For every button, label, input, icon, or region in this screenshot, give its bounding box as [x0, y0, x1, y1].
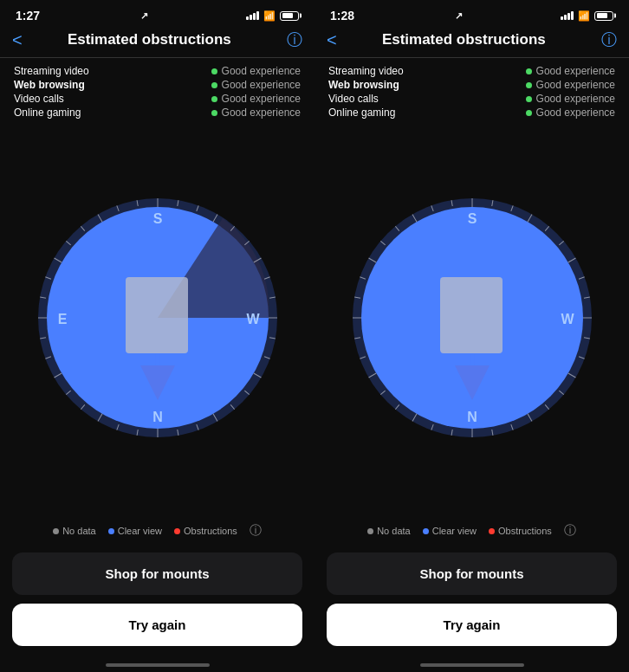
browsing-label-2: Web browsing — [328, 79, 399, 91]
legend-info-icon-2[interactable]: ⓘ — [564, 523, 576, 539]
back-button-2[interactable]: < — [327, 30, 337, 50]
no-data-dot-2 — [367, 528, 373, 534]
phone-screen-2: 1:28 ↗ 📶 < Estimated obstructions ⓘ Stre… — [314, 0, 629, 672]
gaming-value-2: Good experience — [526, 107, 615, 119]
location-icon-2: ↗ — [455, 10, 463, 22]
legend-clear-view-1: Clear view — [108, 526, 162, 536]
info-button-1[interactable]: ⓘ — [287, 29, 302, 50]
table-row: Web browsing Good experience — [328, 79, 615, 91]
try-again-button-1[interactable]: Try again — [12, 604, 302, 646]
gaming-value-1: Good experience — [211, 107, 301, 119]
streaming-label-2: Streaming video — [328, 65, 404, 77]
browsing-value-2: Good experience — [526, 79, 615, 91]
calls-value-1: Good experience — [211, 93, 301, 105]
status-bar-1: 1:27 ↗ 📶 — [0, 0, 314, 26]
divider-1 — [0, 57, 314, 58]
obstructions-dot-2 — [489, 528, 495, 534]
buttons-area-2: Shop for mounts Try again — [314, 547, 629, 660]
legend-2: No data Clear view Obstructions ⓘ — [314, 516, 629, 547]
page-title-2: Estimated obstructions — [344, 31, 584, 48]
location-icon-1: ↗ — [140, 10, 148, 22]
home-indicator-1 — [106, 663, 210, 667]
calls-label-1: Video calls — [14, 93, 64, 105]
shop-mounts-button-2[interactable]: Shop for mounts — [327, 552, 617, 595]
good-dot-8 — [526, 110, 532, 116]
browsing-label-1: Web browsing — [14, 79, 85, 91]
table-row: Online gaming Good experience — [328, 107, 615, 119]
battery-icon-1 — [280, 11, 299, 21]
good-dot-7 — [526, 96, 532, 102]
svg-text:N: N — [152, 410, 163, 424]
experience-table-2: Streaming video Good experience Web brow… — [314, 60, 629, 127]
table-row: Online gaming Good experience — [14, 107, 301, 119]
status-time-2: 1:28 — [330, 9, 354, 23]
status-icons-1: 📶 — [246, 10, 299, 22]
status-bar-2: 1:28 ↗ 📶 — [314, 0, 629, 26]
calls-label-2: Video calls — [328, 93, 379, 105]
clear-view-dot-1 — [108, 528, 114, 534]
calls-value-2: Good experience — [526, 93, 615, 105]
signal-icon-1 — [246, 11, 259, 20]
legend-obstructions-1: Obstructions — [174, 526, 237, 536]
table-row: Web browsing Good experience — [14, 79, 301, 91]
legend-no-data-1: No data — [53, 526, 96, 536]
legend-clear-view-2: Clear view — [423, 526, 477, 536]
back-button-1[interactable]: < — [12, 30, 23, 50]
good-dot-6 — [526, 82, 532, 88]
svg-text:W: W — [561, 312, 574, 326]
shop-mounts-button-1[interactable]: Shop for mounts — [12, 552, 302, 595]
no-data-dot-1 — [53, 528, 59, 534]
good-dot-3 — [211, 96, 217, 102]
wifi-icon-1: 📶 — [263, 10, 276, 22]
page-title-1: Estimated obstructions — [29, 31, 269, 48]
svg-rect-38 — [126, 277, 188, 353]
streaming-label-1: Streaming video — [14, 65, 89, 77]
good-dot-1 — [211, 68, 217, 74]
compass-svg-1: S W E N — [32, 192, 283, 443]
legend-1: No data Clear view Obstructions ⓘ — [0, 516, 314, 547]
legend-obstructions-2: Obstructions — [489, 526, 552, 536]
legend-no-data-2: No data — [367, 526, 411, 536]
obstructions-dot-1 — [174, 528, 180, 534]
svg-text:W: W — [246, 312, 260, 326]
good-dot-5 — [526, 68, 532, 74]
compass-container-2: S W N — [314, 127, 629, 516]
gaming-label-2: Online gaming — [328, 107, 395, 119]
table-row: Video calls Good experience — [14, 93, 301, 105]
status-icons-2: 📶 — [561, 10, 613, 22]
compass-container-1: S W E N — [0, 127, 314, 516]
svg-rect-82 — [440, 277, 503, 353]
table-row: Streaming video Good experience — [328, 65, 615, 77]
header-1: < Estimated obstructions ⓘ — [0, 26, 314, 57]
divider-2 — [314, 57, 629, 58]
phone-screen-1: 1:27 ↗ 📶 < Estimated obstructions ⓘ Stre… — [0, 0, 314, 672]
streaming-value-2: Good experience — [526, 65, 615, 77]
compass-2: S W N — [347, 192, 598, 443]
info-button-2[interactable]: ⓘ — [601, 29, 617, 50]
legend-info-icon-1[interactable]: ⓘ — [250, 523, 262, 539]
table-row: Streaming video Good experience — [14, 65, 301, 77]
svg-text:S: S — [152, 211, 162, 226]
svg-text:N: N — [467, 410, 477, 424]
wifi-icon-2: 📶 — [578, 10, 590, 22]
svg-text:S: S — [467, 211, 477, 226]
buttons-area-1: Shop for mounts Try again — [0, 547, 314, 660]
good-dot-2 — [211, 82, 217, 88]
try-again-button-2[interactable]: Try again — [327, 604, 617, 646]
table-row: Video calls Good experience — [328, 93, 615, 105]
battery-icon-2 — [594, 11, 613, 21]
status-time-1: 1:27 — [16, 9, 40, 23]
clear-view-dot-2 — [423, 528, 429, 534]
compass-1: S W E N — [32, 192, 283, 443]
gaming-label-1: Online gaming — [14, 107, 81, 119]
home-indicator-2 — [420, 663, 524, 667]
streaming-value-1: Good experience — [211, 65, 301, 77]
svg-text:E: E — [57, 312, 67, 326]
browsing-value-1: Good experience — [211, 79, 301, 91]
experience-table-1: Streaming video Good experience Web brow… — [0, 60, 314, 127]
signal-icon-2 — [561, 11, 574, 20]
good-dot-4 — [211, 110, 217, 116]
compass-svg-2: S W N — [347, 192, 598, 443]
header-2: < Estimated obstructions ⓘ — [314, 26, 629, 57]
